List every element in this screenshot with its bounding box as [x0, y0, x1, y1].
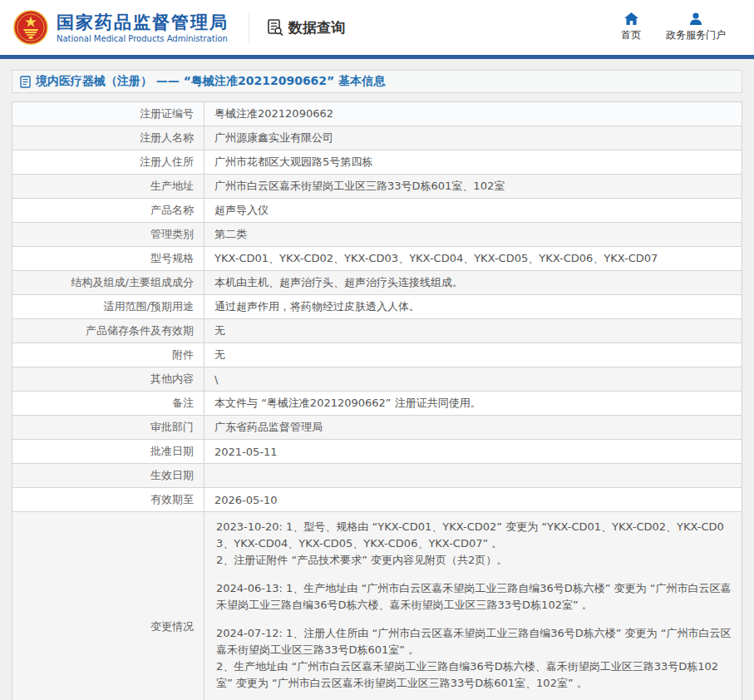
row-label-text: 其他内容: [150, 372, 194, 385]
change-paragraph: 2024-06-13: 1、生产地址由 “广州市白云区嘉禾望岗工业三路自编36号…: [216, 580, 732, 614]
row-label-text: 附件: [172, 348, 194, 361]
org-name-cn: 国家药品监督管理局: [57, 12, 229, 32]
row-label: 结构及组成/主要组成成分: [12, 271, 205, 295]
row-value: 超声导入仪: [205, 199, 742, 223]
row-value: 无: [205, 319, 742, 343]
row-label-text: 型号规格: [150, 252, 194, 264]
row-value-text: 无: [214, 348, 225, 361]
row-label-text: 结构及组成/主要组成成分: [71, 276, 194, 288]
table-row: 批准日期2021-05-11: [12, 440, 742, 464]
row-label: 生产地址: [12, 175, 205, 199]
row-label: 型号规格: [12, 247, 205, 271]
row-label-text: 生效日期: [150, 469, 194, 481]
row-value: 2026-05-10: [205, 488, 742, 512]
nav-home-label: 首页: [621, 28, 641, 42]
row-label: 管理类别: [12, 223, 205, 247]
row-label: 注册人住所: [12, 150, 205, 175]
row-label: 审批部门: [12, 416, 205, 440]
org-name-en: National Medical Products Administration: [57, 34, 229, 43]
row-label-text: 生产地址: [150, 180, 194, 192]
row-value: 广州源康鑫实业有限公司: [205, 126, 742, 150]
row-label: 备注: [12, 392, 205, 416]
data-query-nav[interactable]: 数据查询: [266, 18, 345, 37]
row-label-text: 批准日期: [150, 445, 194, 457]
row-value: 粤械注准20212090662: [205, 102, 742, 126]
row-value-text: 通过超声作用，将药物经过皮肤透入人体。: [214, 300, 420, 313]
row-label-text: 备注: [172, 397, 194, 409]
row-label: 有效期至: [12, 488, 205, 512]
national-emblem-icon: [13, 10, 48, 45]
table-row: 变更情况2023-10-20: 1、型号、规格由 “YKX-CD01、YKX-C…: [12, 512, 742, 700]
change-paragraph: 2、注册证附件 “产品技术要求” 变更内容见附页（共2页）。: [216, 552, 732, 569]
table-row: 生效日期: [12, 464, 742, 488]
row-label: 适用范围/预期用途: [12, 295, 205, 319]
row-label-text: 产品名称: [150, 204, 194, 216]
row-label-text: 注册人名称: [140, 131, 194, 144]
row-value-text: 无: [214, 324, 225, 337]
row-label-text: 适用范围/预期用途: [104, 300, 194, 313]
row-label: 批准日期: [12, 440, 205, 464]
row-label: 其他内容: [12, 367, 205, 392]
row-value-text: 粤械注准20212090662: [214, 107, 333, 120]
change-paragraph: 2024-07-12: 1、注册人住所由 “广州市白云区嘉禾望岗工业三路自编36…: [216, 625, 732, 658]
table-row: 结构及组成/主要组成成分本机由主机、超声治疗头、超声治疗头连接线组成。: [12, 271, 742, 295]
change-paragraph: [216, 569, 732, 580]
page-title: 境内医疗器械（注册） —— “粤械注准20212090662” 基本信息: [36, 74, 385, 89]
header-right-nav: 首页 政务服务门户: [621, 12, 726, 42]
change-paragraph: 2、生产地址由 “广州市白云区嘉禾望岗工业三路自编36号D栋六楼、嘉禾街望岗工业…: [216, 658, 732, 692]
row-label: 附件: [12, 343, 205, 367]
row-label-text: 审批部门: [150, 421, 194, 433]
row-label: 生效日期: [12, 464, 205, 488]
data-query-label: 数据查询: [288, 18, 345, 37]
row-label: 产品名称: [12, 199, 205, 223]
row-value: 广州市花都区大观园路5号第四栋: [205, 150, 742, 175]
table-row: 审批部门广东省药品监督管理局: [12, 416, 742, 440]
home-icon: [624, 12, 638, 25]
logo-text: 国家药品监督管理局 National Medical Products Admi…: [57, 12, 229, 43]
row-value-text: 广东省药品监督管理局: [214, 421, 323, 433]
row-label: 注册证编号: [12, 102, 205, 126]
row-label-text: 有效期至: [150, 493, 194, 505]
row-label-text: 产品储存条件及有效期: [86, 324, 194, 337]
change-history-cell: 2023-10-20: 1、型号、规格由 “YKX-CD01、YKX-CD02”…: [205, 512, 742, 700]
table-row: 适用范围/预期用途通过超声作用，将药物经过皮肤透入人体。: [12, 295, 742, 319]
table-row: 产品储存条件及有效期无: [12, 319, 742, 343]
row-value-text: 2026-05-10: [214, 494, 278, 506]
main-content: 境内医疗器械（注册） —— “粤械注准20212090662” 基本信息 注册证…: [0, 59, 754, 700]
row-value: YKX-CD01、YKX-CD02、YKX-CD03、YKX-CD04、YKX-…: [205, 247, 742, 271]
row-value: 通过超声作用，将药物经过皮肤透入人体。: [205, 295, 742, 319]
row-value: 无: [205, 343, 742, 367]
row-value-text: 本机由主机、超声治疗头、超声治疗头连接线组成。: [214, 276, 463, 288]
row-value: 广东省药品监督管理局: [205, 416, 742, 440]
row-value-text: 2021-05-11: [214, 446, 278, 458]
change-paragraph: [216, 614, 732, 625]
change-paragraph: [216, 692, 732, 700]
row-value: [205, 464, 742, 488]
page: 国家药品监督管理局 National Medical Products Admi…: [0, 0, 754, 700]
row-label-text: 注册证编号: [140, 107, 194, 120]
page-title-bar: 境内医疗器械（注册） —— “粤械注准20212090662” 基本信息: [12, 70, 742, 93]
nav-gov-portal-label: 政务服务门户: [666, 28, 726, 42]
row-label: 注册人名称: [12, 126, 205, 150]
row-value: \: [205, 367, 742, 392]
row-label: 变更情况: [12, 512, 205, 700]
table-row: 注册人名称广州源康鑫实业有限公司: [12, 126, 742, 150]
row-value-text: 超声导入仪: [214, 204, 269, 216]
registration-info-table: 注册证编号粤械注准20212090662注册人名称广州源康鑫实业有限公司注册人住…: [12, 101, 742, 700]
table-row: 管理类别第二类: [12, 223, 742, 247]
row-value-text: 广州市花都区大观园路5号第四栋: [214, 155, 372, 168]
row-value-text: \: [214, 373, 218, 386]
row-label-text: 注册人住所: [140, 155, 194, 168]
row-value: 本机由主机、超声治疗头、超声治疗头连接线组成。: [205, 271, 742, 295]
row-value-text: 本文件与 “粤械注准20212090662” 注册证共同使用。: [214, 397, 481, 409]
nav-gov-portal[interactable]: 政务服务门户: [666, 12, 726, 42]
document-icon: [20, 76, 31, 88]
header-divider: [249, 12, 249, 42]
table-row: 附件无: [12, 343, 742, 367]
nav-home[interactable]: 首页: [621, 12, 641, 42]
row-value-text: YKX-CD01、YKX-CD02、YKX-CD03、YKX-CD04、YKX-…: [214, 252, 658, 264]
table-row: 注册证编号粤械注准20212090662: [12, 102, 742, 126]
row-label-text: 变更情况: [150, 620, 194, 633]
nmpa-logo[interactable]: 国家药品监督管理局 National Medical Products Admi…: [13, 10, 229, 45]
row-value: 广州市白云区嘉禾街望岗工业区三路33号D栋601室、102室: [205, 175, 742, 199]
